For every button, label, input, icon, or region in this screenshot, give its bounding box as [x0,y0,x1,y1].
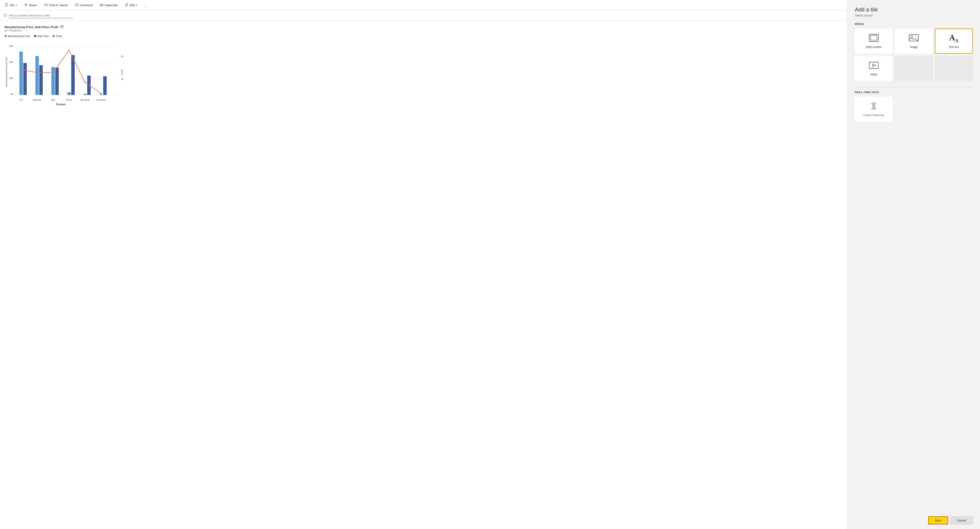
svg-marker-34 [873,64,876,67]
bar-velo-sale [55,68,59,95]
svg-text:20K: 20K [9,61,13,64]
chart-area: Manufacturing Price, Sale Price, Profit … [0,21,847,529]
profit-point-amarilla [36,72,38,73]
svg-rect-33 [869,62,878,68]
profit-point-carretera [100,93,102,94]
toolbar: File ▾ Share Chat in Teams Comment Sub [0,0,847,11]
svg-text:VTT: VTT [19,98,23,101]
chart-title: Manufacturing Price, Sale Price, Profit [5,25,843,29]
svg-rect-1 [44,4,46,6]
svg-text:10K: 10K [9,77,13,79]
media-tile-grid: Web content Image AA Text box [855,29,973,81]
edit-icon [125,3,128,7]
profit-point-montana [84,81,86,83]
edit-label: Edit [130,3,135,7]
subscribe-icon [100,3,103,7]
image-tile[interactable]: Image [895,29,932,54]
bar-vtt-mfg [19,52,23,95]
web-content-label: Web content [866,45,881,49]
share-button[interactable]: Share [23,2,38,8]
empty-tile-1 [895,56,932,81]
realtime-tile-grid: Custom Streaming [855,97,973,122]
video-label: Video [870,73,877,76]
profit-point-paseo [68,49,70,51]
more-options-label: … [145,3,148,7]
comment-label: Comment [80,3,93,7]
video-tile[interactable]: Video [855,56,892,81]
legend-dot-profit [52,35,55,37]
legend-label-profit: Profit [56,35,62,37]
qa-input[interactable] [9,13,73,18]
image-icon [909,34,919,43]
edit-button[interactable]: Edit ▾ [124,2,138,8]
empty-tile-2 [935,56,973,81]
legend-mfg-price: Manufacturing Price [5,35,30,37]
qa-bar [0,11,847,21]
file-menu[interactable]: File ▾ [4,2,18,8]
chart-subtitle: BY PRODUCT [5,29,843,32]
svg-rect-31 [909,35,918,41]
legend-dot-mfg [5,35,7,37]
bar-velo-mfg [51,67,55,95]
qa-icon [4,14,7,17]
comment-icon [75,3,79,7]
chat-in-teams-button[interactable]: Chat in Teams [43,2,69,8]
file-chevron-icon: ▾ [16,4,17,6]
image-label: Image [910,45,918,49]
svg-rect-0 [5,3,7,6]
chat-in-teams-label: Chat in Teams [49,3,68,7]
profit-point-velo [52,72,54,73]
left-panel: File ▾ Share Chat in Teams Comment Sub [0,0,848,529]
legend-sale-price: Sale Price [34,35,49,37]
svg-rect-7 [62,25,63,27]
comment-button[interactable]: Comment [74,2,94,8]
text-box-label: Text box [949,45,959,49]
share-label: Share [29,3,37,7]
svg-text:Manufacturing Price and Sale: Manufacturing Price and Sale [5,57,8,87]
bar-montana-mfg [83,94,87,95]
svg-text:2M: 2M [121,78,123,81]
svg-text:Amarilla: Amarilla [33,98,41,101]
svg-text:Profit: Profit [121,70,123,75]
realtime-section-label: REAL-TIME DATA [855,91,973,94]
svg-point-2 [47,4,48,5]
panel-subtitle: Select source [855,14,973,17]
svg-rect-5 [4,14,6,16]
svg-point-35 [873,105,875,107]
web-content-tile[interactable]: Web content [855,29,892,54]
custom-streaming-tile[interactable]: Custom Streaming [855,97,892,122]
svg-point-32 [911,36,913,38]
bar-amarilla-mfg [35,56,39,95]
panel-title: Add a tile [855,6,973,13]
cancel-button[interactable]: Cancel [950,516,973,524]
svg-text:Paseo: Paseo [66,98,72,101]
svg-text:4M: 4M [121,55,123,58]
media-section-label: MEDIA [855,22,973,25]
bar-carretera-mfg [99,94,103,95]
video-icon [869,61,879,71]
file-label: File [10,3,14,7]
svg-rect-6 [60,25,62,27]
svg-text:30K: 30K [9,45,13,48]
next-button[interactable]: Next [928,516,948,524]
svg-text:Carretera: Carretera [96,98,106,101]
svg-rect-9 [62,27,63,28]
share-icon [24,3,27,7]
bar-carretera-sale [103,76,107,95]
legend-profit: Profit [52,35,62,37]
subscribe-button[interactable]: Subscribe [99,2,119,8]
chart-container: 30K 20K 10K 0K 4M 2M Manufacturing Price… [5,40,123,109]
web-content-icon [869,34,879,43]
chart-legend: Manufacturing Price Sale Price Profit [5,35,843,37]
legend-label-sale: Sale Price [37,35,49,37]
svg-text:Montana: Montana [81,98,89,101]
svg-rect-30 [870,36,877,40]
subscribe-label: Subscribe [105,3,118,7]
teams-icon [44,3,48,7]
svg-rect-3 [76,4,78,5]
text-box-tile[interactable]: AA Text box [935,29,973,54]
more-options-button[interactable]: … [143,3,149,8]
file-icon [5,3,8,7]
chart-focus-icon [60,25,64,29]
legend-dot-sale [34,35,36,37]
